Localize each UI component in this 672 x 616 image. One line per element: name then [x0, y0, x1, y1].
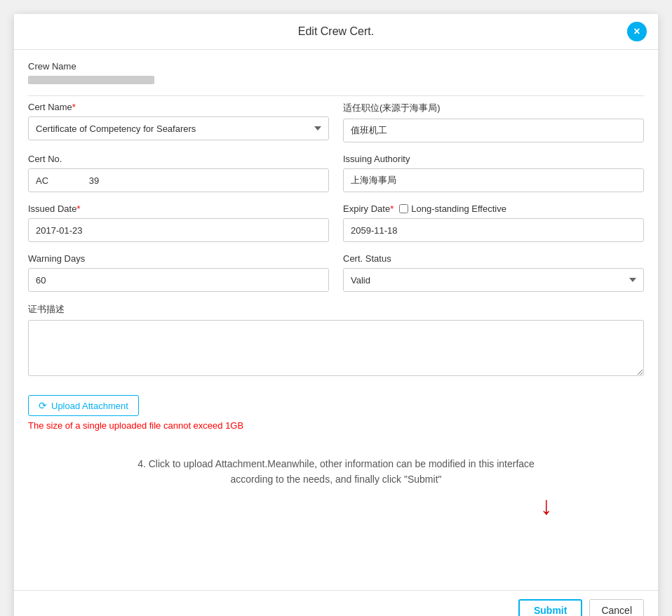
file-size-note: The size of a single uploaded file canno… — [28, 420, 644, 431]
cert-status-select[interactable]: ValidInvalidExpired — [343, 268, 644, 292]
cert-no-input[interactable] — [28, 168, 329, 192]
cert-name-select[interactable]: Certificate of Competency for Seafarers — [28, 116, 329, 140]
warning-status-row: Warning Days Cert. Status ValidInvalidEx… — [28, 253, 644, 292]
edit-crew-cert-modal: Edit Crew Cert. × Crew Name Cert Name* C… — [14, 14, 658, 616]
annotation-text: 4. Click to upload Attachment.Meanwhile,… — [126, 456, 546, 488]
applicable-position-col: 适任职位(来源于海事局) — [343, 102, 644, 142]
crew-name-section: Crew Name — [28, 61, 644, 84]
issuing-authority-input[interactable] — [343, 168, 644, 192]
arrow-down-icon: ↓ — [540, 493, 553, 518]
modal-body: Crew Name Cert Name* Certificate of Comp… — [14, 50, 658, 590]
description-textarea[interactable] — [28, 320, 644, 376]
crew-name-value-blurred — [28, 76, 154, 84]
expiry-date-col: Expiry Date* Long-standing Effective — [343, 203, 644, 242]
cancel-button[interactable]: Cancel — [589, 599, 644, 616]
warning-days-input[interactable] — [28, 268, 329, 292]
close-button[interactable]: × — [627, 22, 647, 41]
issuing-authority-label: Issuing Authority — [343, 154, 644, 164]
warning-days-col: Warning Days — [28, 253, 329, 292]
expiry-date-label: Expiry Date* — [343, 203, 394, 214]
longstanding-checkbox[interactable] — [399, 204, 408, 213]
modal-title: Edit Crew Cert. — [298, 25, 374, 38]
expiry-date-input[interactable] — [343, 218, 644, 242]
issued-date-input[interactable] — [28, 218, 329, 242]
annotation-arrow: ↓ — [42, 493, 630, 518]
cert-name-label: Cert Name* — [28, 102, 329, 112]
issuing-authority-col: Issuing Authority — [343, 154, 644, 192]
description-row: 证书描述 — [28, 303, 644, 378]
issued-date-col: Issued Date* — [28, 203, 329, 242]
modal-header: Edit Crew Cert. × — [14, 14, 658, 50]
applicable-position-input[interactable] — [343, 119, 644, 142]
cert-name-col: Cert Name* Certificate of Competency for… — [28, 102, 329, 142]
submit-button[interactable]: Submit — [518, 599, 582, 616]
upload-icon: ⟳ — [39, 400, 47, 411]
longstanding-checkbox-label[interactable]: Long-standing Effective — [399, 203, 506, 214]
cert-name-row: Cert Name* Certificate of Competency for… — [28, 102, 644, 142]
description-col: 证书描述 — [28, 303, 644, 378]
crew-name-label: Crew Name — [28, 61, 644, 72]
warning-days-label: Warning Days — [28, 253, 329, 264]
cert-no-col: Cert No. — [28, 154, 329, 192]
cert-no-label: Cert No. — [28, 154, 329, 164]
description-label: 证书描述 — [28, 303, 644, 316]
cert-status-label: Cert. Status — [343, 253, 644, 264]
applicable-position-label: 适任职位(来源于海事局) — [343, 102, 644, 114]
upload-attachment-button[interactable]: ⟳ Upload Attachment — [28, 395, 139, 416]
modal-footer: Submit Cancel — [14, 590, 658, 616]
upload-section: ⟳ Upload Attachment The size of a single… — [28, 389, 644, 431]
cert-status-col: Cert. Status ValidInvalidExpired — [343, 253, 644, 292]
annotation-box: 4. Click to upload Attachment.Meanwhile,… — [28, 445, 644, 530]
dates-row: Issued Date* Expiry Date* Long-standing … — [28, 203, 644, 242]
cert-no-row: Cert No. Issuing Authority — [28, 154, 644, 192]
expiry-label-row: Expiry Date* Long-standing Effective — [343, 203, 644, 214]
divider-1 — [28, 95, 644, 96]
issued-date-label: Issued Date* — [28, 203, 329, 214]
